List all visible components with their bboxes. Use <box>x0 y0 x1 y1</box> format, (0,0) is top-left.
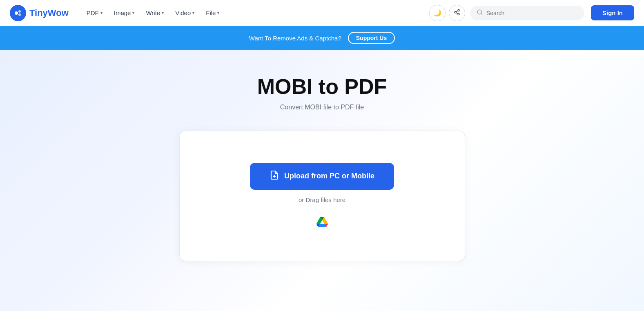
chevron-down-icon: ▾ <box>132 11 134 15</box>
nav-item-video[interactable]: Video ▾ <box>170 6 199 20</box>
drag-text: or Drag files here <box>299 196 345 203</box>
search-input[interactable] <box>486 10 578 16</box>
nav-icons: 🌙 <box>429 5 465 21</box>
svg-point-5 <box>458 13 459 15</box>
svg-line-7 <box>456 11 458 12</box>
chevron-down-icon: ▾ <box>217 11 219 15</box>
logo-icon <box>10 5 26 21</box>
upload-button-label: Upload from PC or Mobile <box>284 172 374 180</box>
share-icon <box>454 9 460 17</box>
nav-item-write[interactable]: Write ▾ <box>141 6 169 20</box>
page-title: MOBI to PDF <box>257 74 387 99</box>
page-subtitle: Convert MOBI file to PDF file <box>280 104 364 111</box>
share-button[interactable] <box>449 5 465 21</box>
navbar: TinyWow PDF ▾ Image ▾ Write ▾ Video ▾ Fi… <box>0 0 644 26</box>
chevron-down-icon: ▾ <box>192 11 194 15</box>
upload-file-icon <box>270 170 279 182</box>
nav-item-pdf[interactable]: PDF ▾ <box>82 6 107 20</box>
upload-button[interactable]: Upload from PC or Mobile <box>250 163 394 190</box>
signin-button[interactable]: Sign In <box>591 5 634 20</box>
support-us-button[interactable]: Support Us <box>348 32 395 44</box>
svg-point-8 <box>477 10 482 14</box>
google-drive-icon[interactable] <box>316 216 328 229</box>
svg-point-1 <box>18 10 21 13</box>
nav-menu: PDF ▾ Image ▾ Write ▾ Video ▾ File ▾ <box>82 6 429 20</box>
upload-area: Upload from PC or Mobile or Drag files h… <box>179 131 465 261</box>
main-content: MOBI to PDF Convert MOBI file to PDF fil… <box>0 50 644 311</box>
logo-prefix: Tiny <box>29 8 48 18</box>
svg-point-2 <box>18 13 21 16</box>
nav-item-image[interactable]: Image ▾ <box>109 6 140 20</box>
svg-line-6 <box>456 13 458 14</box>
chevron-down-icon: ▾ <box>100 11 103 15</box>
svg-point-3 <box>458 9 459 11</box>
promo-banner: Want To Remove Ads & Captcha? Support Us <box>0 26 644 50</box>
banner-text: Want To Remove Ads & Captcha? <box>249 35 341 42</box>
dark-mode-button[interactable]: 🌙 <box>429 5 446 21</box>
chevron-down-icon: ▾ <box>162 11 164 15</box>
nav-item-file[interactable]: File ▾ <box>201 6 224 20</box>
moon-icon: 🌙 <box>433 9 441 17</box>
svg-line-9 <box>481 13 482 15</box>
logo-suffix: Wow <box>48 8 69 18</box>
search-icon <box>477 9 483 17</box>
logo-text: TinyWow <box>29 8 69 18</box>
logo-link[interactable]: TinyWow <box>10 5 69 21</box>
svg-point-4 <box>455 11 456 13</box>
svg-point-0 <box>15 11 18 15</box>
search-bar <box>470 6 584 20</box>
